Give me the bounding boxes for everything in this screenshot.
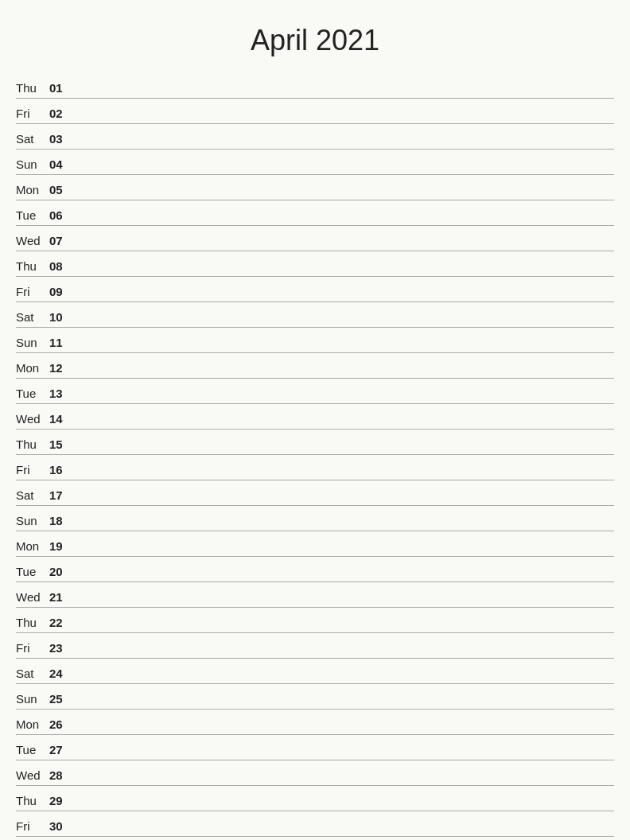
day-row: Tue20 [16,557,614,582]
day-row: Wed21 [16,582,614,608]
day-row: Fri09 [16,277,614,302]
page: April 2021 Thu01Fri02Sat03Sun04Mon05Tue0… [0,0,630,840]
day-number: 30 [49,819,72,833]
day-number: 18 [49,514,72,527]
day-row: Fri16 [16,455,614,480]
day-name: Fri [16,285,49,298]
day-name: Sat [16,667,49,680]
day-number: 17 [49,488,72,502]
day-name: Tue [16,565,49,578]
day-number: 24 [49,667,72,680]
day-name: Sat [16,132,49,146]
day-number: 26 [49,718,72,731]
day-name: Thu [16,81,49,95]
day-row: Sat03 [16,124,614,150]
day-row: Sun25 [16,684,614,710]
day-number: 06 [49,208,72,222]
day-number: 04 [49,158,72,171]
day-name: Wed [16,412,49,426]
day-number: 09 [49,285,72,298]
day-number: 01 [49,81,72,95]
day-number: 13 [49,387,72,400]
day-number: 14 [49,412,72,426]
day-row: Sun11 [16,328,614,353]
day-row: Thu22 [16,608,614,633]
day-row: Sat10 [16,302,614,328]
day-number: 12 [49,361,72,375]
day-number: 07 [49,234,72,247]
day-number: 22 [49,616,72,629]
day-name: Mon [16,183,49,196]
day-row: Fri02 [16,99,614,124]
day-number: 27 [49,743,72,756]
day-name: Mon [16,361,49,375]
day-name: Sun [16,336,49,349]
day-number: 15 [49,438,72,451]
calendar-list: Thu01Fri02Sat03Sun04Mon05Tue06Wed07Thu08… [16,73,614,837]
day-row: Tue27 [16,735,614,760]
day-name: Mon [16,718,49,731]
day-row: Thu01 [16,73,614,99]
day-row: Mon19 [16,531,614,557]
day-row: Tue13 [16,379,614,404]
day-number: 19 [49,539,72,553]
day-number: 10 [49,310,72,324]
day-name: Sat [16,310,49,324]
day-name: Thu [16,438,49,451]
day-number: 29 [49,794,72,807]
day-number: 25 [49,692,72,706]
day-name: Wed [16,234,49,247]
day-number: 02 [49,107,72,120]
day-row: Sat24 [16,659,614,684]
day-name: Thu [16,259,49,273]
day-number: 11 [49,336,72,349]
day-number: 21 [49,590,72,604]
day-row: Wed14 [16,404,614,430]
day-name: Fri [16,107,49,120]
day-row: Mon26 [16,710,614,735]
day-row: Mon12 [16,353,614,379]
day-name: Sun [16,692,49,706]
day-row: Mon05 [16,175,614,200]
day-row: Fri30 [16,811,614,837]
day-row: Wed28 [16,760,614,786]
day-name: Fri [16,463,49,476]
day-number: 16 [49,463,72,476]
day-name: Sun [16,158,49,171]
day-number: 28 [49,768,72,782]
day-row: Tue06 [16,200,614,226]
day-name: Sun [16,514,49,527]
day-row: Thu08 [16,251,614,277]
day-name: Wed [16,768,49,782]
day-row: Thu15 [16,430,614,455]
day-number: 08 [49,259,72,273]
day-row: Fri23 [16,633,614,659]
day-name: Sat [16,488,49,502]
day-number: 05 [49,183,72,196]
day-row: Sun18 [16,506,614,531]
day-name: Thu [16,794,49,807]
day-name: Wed [16,590,49,604]
day-number: 03 [49,132,72,146]
day-name: Tue [16,208,49,222]
day-name: Mon [16,539,49,553]
day-name: Tue [16,387,49,400]
page-title: April 2021 [16,16,614,57]
day-name: Fri [16,641,49,655]
day-name: Thu [16,616,49,629]
day-name: Fri [16,819,49,833]
day-row: Sun04 [16,150,614,175]
day-row: Sat17 [16,480,614,506]
day-row: Thu29 [16,786,614,811]
day-name: Tue [16,743,49,756]
day-row: Wed07 [16,226,614,251]
day-number: 20 [49,565,72,578]
day-number: 23 [49,641,72,655]
